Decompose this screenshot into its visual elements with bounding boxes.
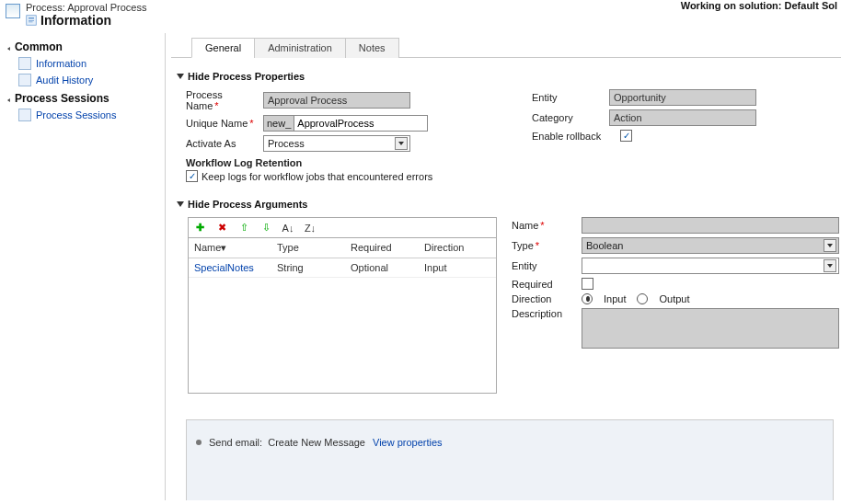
direction-output-radio[interactable] — [637, 293, 648, 304]
keep-logs-label: Keep logs for workflow jobs that encount… — [202, 171, 432, 182]
arguments-toolbar: ✚ ✖ ⇧ ⇩ A↓ Z↓ — [189, 218, 496, 238]
section-process-arguments[interactable]: Hide Process Arguments — [177, 199, 841, 210]
window-header: Process: Approval Process Information Wo… — [0, 0, 841, 33]
unique-name-prefix: new_ — [263, 115, 294, 132]
steps-pane: Send email: Create New Message View prop… — [186, 419, 834, 500]
unique-name-input[interactable] — [294, 115, 428, 132]
sidebar-item-audit-history[interactable]: Audit History — [4, 72, 165, 88]
svg-rect-1 — [29, 17, 34, 19]
main-content: General Administration Notes Hide Proces… — [166, 33, 841, 500]
chevron-down-icon — [824, 239, 836, 252]
direction-input-radio[interactable] — [582, 293, 593, 304]
sidebar-item-label: Information — [36, 58, 86, 69]
sidebar-section-common[interactable]: Common — [4, 37, 165, 55]
enable-rollback-label: Enable rollback — [532, 131, 615, 142]
unique-name-label: Unique Name* — [186, 118, 258, 129]
page-title: Information — [26, 13, 146, 28]
enable-rollback-checkbox[interactable] — [620, 130, 632, 142]
keep-logs-checkbox[interactable] — [186, 170, 198, 182]
tab-notes[interactable]: Notes — [345, 38, 399, 58]
step-row[interactable]: Send email: Create New Message View prop… — [196, 437, 824, 448]
arg-required-label: Required — [512, 279, 576, 290]
col-name[interactable]: Name▾ — [189, 238, 271, 258]
svg-rect-2 — [29, 20, 34, 21]
sort-desc-button[interactable]: Z↓ — [303, 221, 317, 235]
process-icon — [6, 4, 20, 18]
sidebar-item-label: Process Sessions — [36, 109, 116, 120]
add-argument-button[interactable]: ✚ — [192, 221, 207, 235]
view-properties-link[interactable]: View properties — [373, 437, 443, 448]
entity-field: Opportunity — [609, 89, 756, 106]
process-label: Process: Approval Process — [26, 2, 146, 13]
arg-type-label: Type* — [512, 240, 576, 251]
working-on-solution: Working on solution: Default Sol — [681, 0, 837, 11]
chevron-down-icon — [395, 137, 408, 150]
arguments-grid: ✚ ✖ ⇧ ⇩ A↓ Z↓ Name▾ Type Required Direct… — [188, 217, 497, 394]
move-up-button[interactable]: ⇧ — [236, 221, 251, 235]
sidebar-item-label: Audit History — [36, 74, 93, 86]
arg-description-field[interactable] — [582, 308, 839, 349]
delete-argument-button[interactable]: ✖ — [214, 221, 229, 235]
nav-sidebar: Common Information Audit History Process… — [0, 33, 166, 500]
collapse-icon — [177, 74, 184, 79]
argument-form: Name* Type* Boolean Entity — [512, 217, 841, 394]
arg-required-checkbox[interactable] — [582, 278, 593, 290]
step-action: Send email: Create New Message — [209, 437, 365, 448]
arg-type-select[interactable]: Boolean — [582, 237, 839, 254]
col-required[interactable]: Required — [345, 238, 419, 258]
process-name-label: Process Name* — [186, 89, 258, 111]
entity-label: Entity — [532, 92, 604, 103]
argument-row[interactable]: SpecialNotes String Optional Input — [189, 258, 496, 278]
process-name-field[interactable]: Approval Process — [263, 92, 410, 109]
col-direction[interactable]: Direction — [419, 238, 496, 258]
arg-direction-label: Direction — [512, 293, 576, 304]
bullet-icon — [196, 440, 202, 445]
sidebar-item-information[interactable]: Information — [4, 55, 165, 72]
category-label: Category — [532, 112, 604, 123]
sidebar-section-process-sessions[interactable]: Process Sessions — [4, 88, 165, 107]
arg-name-label: Name* — [512, 220, 576, 231]
chevron-down-icon — [824, 259, 836, 272]
sort-asc-button[interactable]: A↓ — [281, 221, 295, 235]
category-field: Action — [609, 109, 756, 126]
arg-entity-label: Entity — [512, 260, 576, 271]
process-sessions-icon — [18, 109, 31, 121]
tab-strip: General Administration Notes — [171, 37, 841, 58]
grid-header: Name▾ Type Required Direction — [189, 238, 496, 258]
workflow-log-header: Workflow Log Retention — [186, 157, 495, 168]
tab-general[interactable]: General — [191, 38, 255, 58]
tab-administration[interactable]: Administration — [254, 38, 346, 58]
arg-name-field[interactable] — [582, 217, 839, 234]
move-down-button[interactable]: ⇩ — [259, 221, 273, 235]
col-type[interactable]: Type — [271, 238, 345, 258]
audit-history-icon — [18, 74, 31, 86]
direction-output-label: Output — [659, 293, 689, 304]
sidebar-item-process-sessions[interactable]: Process Sessions — [4, 107, 165, 123]
activate-as-label: Activate As — [186, 138, 258, 149]
activate-as-select[interactable]: Process — [263, 135, 410, 152]
arg-description-label: Description — [512, 308, 576, 319]
direction-input-label: Input — [604, 293, 626, 304]
information-icon — [18, 57, 31, 70]
section-process-properties[interactable]: Hide Process Properties — [177, 71, 841, 82]
collapse-icon — [177, 201, 184, 207]
info-icon — [26, 15, 37, 26]
svg-rect-3 — [29, 22, 33, 23]
arg-entity-select[interactable] — [582, 258, 839, 274]
